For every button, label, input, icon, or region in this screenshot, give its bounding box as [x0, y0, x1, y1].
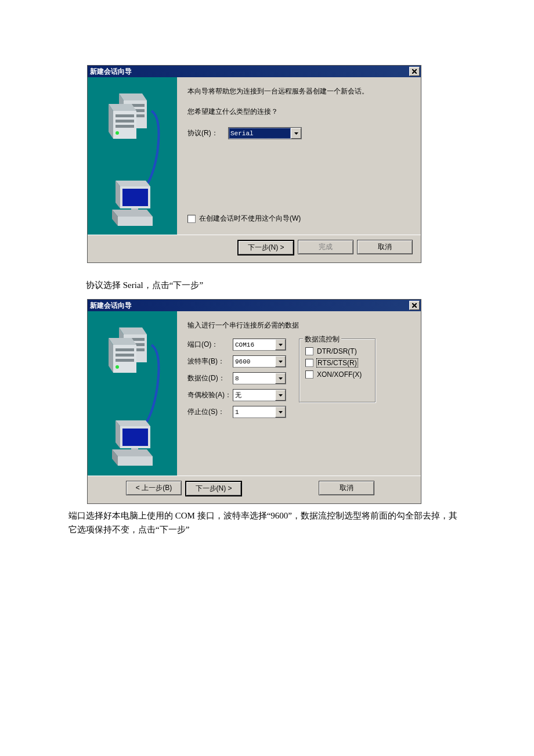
baud-combo[interactable]: 9600	[233, 355, 286, 368]
svg-marker-48	[279, 394, 283, 397]
svg-rect-35	[116, 359, 134, 362]
intro-text: 输入进行一个串行连接所必需的数据	[187, 321, 410, 330]
data-bits-combo[interactable]: 8	[233, 372, 286, 384]
checkbox-box[interactable]	[305, 370, 313, 379]
svg-marker-49	[279, 411, 283, 413]
wizard-dialog-2: 新建会话向导	[87, 299, 421, 504]
port-label: 端口(O)：	[187, 340, 233, 350]
protocol-combo[interactable]: Serial	[228, 127, 302, 139]
svg-marker-39	[118, 456, 153, 466]
svg-rect-44	[131, 448, 138, 453]
stop-bits-label: 停止位(S)：	[187, 407, 233, 417]
checkbox-box[interactable]	[305, 347, 313, 355]
svg-marker-30	[109, 338, 136, 345]
svg-marker-43	[122, 429, 148, 446]
parity-value: 无	[233, 390, 275, 401]
svg-marker-16	[118, 217, 153, 226]
parity-combo[interactable]: 无	[233, 389, 286, 401]
svg-marker-20	[122, 189, 148, 206]
wizard-footer: < 上一步(B) 下一步(N) > 取消	[88, 476, 421, 503]
svg-rect-12	[116, 125, 134, 128]
titlebar[interactable]: 新建会话向导	[88, 300, 421, 311]
wizard-illustration	[88, 77, 177, 233]
stop-bits-combo[interactable]: 1	[233, 406, 286, 418]
window-title: 新建会话向导	[90, 67, 132, 77]
svg-marker-46	[279, 361, 283, 363]
svg-marker-22	[294, 132, 298, 135]
dont-use-wizard-checkbox[interactable]: 在创建会话时不使用这个向导(W)	[187, 214, 301, 224]
chevron-down-icon[interactable]	[275, 373, 286, 384]
cancel-button[interactable]: 取消	[319, 481, 374, 495]
port-value: COM16	[233, 339, 275, 350]
checkbox-box[interactable]	[305, 359, 313, 367]
port-combo[interactable]: COM16	[233, 339, 286, 351]
flow-control-legend: 数据流控制	[303, 334, 341, 344]
caption-1: 协议选择 Serial，点击“下一步”	[86, 278, 203, 292]
chevron-down-icon[interactable]	[275, 390, 286, 401]
baud-label: 波特率(B)：	[187, 357, 233, 366]
rtscts-checkbox[interactable]: RTS/CTS(R)	[305, 359, 358, 367]
next-button[interactable]: 下一步(N) >	[185, 481, 242, 496]
svg-rect-10	[116, 114, 134, 117]
back-button[interactable]: < 上一步(B)	[126, 481, 182, 495]
page: 新建会话向导	[0, 0, 534, 756]
svg-rect-11	[116, 120, 134, 123]
svg-rect-33	[116, 348, 134, 351]
wizard-illustration	[88, 311, 177, 474]
wizard-sidebar	[88, 77, 177, 235]
next-button[interactable]: 下一步(N) >	[237, 240, 294, 255]
data-bits-value: 8	[233, 373, 275, 384]
svg-marker-47	[279, 377, 283, 380]
caption-2: 端口选择好本电脑上使用的 COM 接口，波特率选择“9600”，数据流控制选型将…	[68, 509, 457, 537]
flow-control-group: 数据流控制 DTR/DSR(T) RTS/CTS(R) XON/XOFF(X)	[299, 339, 376, 402]
svg-marker-17	[116, 181, 150, 186]
rtscts-label: RTS/CTS(R)	[317, 359, 358, 367]
checkbox-box[interactable]	[187, 215, 196, 223]
svg-marker-23	[119, 327, 147, 334]
svg-marker-0	[119, 93, 147, 100]
svg-marker-7	[109, 104, 136, 111]
cancel-button[interactable]: 取消	[357, 240, 413, 254]
chevron-down-icon[interactable]	[275, 406, 286, 417]
dtrdsr-label: DTR/DSR(T)	[317, 347, 357, 355]
wizard-dialog-1: 新建会话向导	[87, 65, 421, 263]
xonxoff-label: XON/XOFF(X)	[317, 370, 362, 379]
svg-point-36	[116, 365, 119, 369]
protocol-label: 协议(R)：	[187, 128, 228, 138]
intro-text-2: 您希望建立什么类型的连接？	[187, 107, 410, 117]
dont-use-wizard-label: 在创建会话时不使用这个向导(W)	[199, 214, 301, 224]
data-bits-label: 数据位(D)：	[187, 373, 233, 383]
chevron-down-icon[interactable]	[275, 339, 286, 350]
stop-bits-value: 1	[233, 406, 275, 417]
svg-marker-45	[279, 344, 283, 346]
svg-rect-34	[116, 354, 134, 357]
chevron-down-icon[interactable]	[291, 128, 301, 139]
window-title: 新建会话向导	[90, 301, 132, 311]
wizard-sidebar	[88, 311, 177, 476]
intro-text-1: 本向导将帮助您为连接到一台远程服务器创建一个新会话。	[187, 87, 410, 96]
baud-value: 9600	[233, 356, 275, 367]
dtrdsr-checkbox[interactable]: DTR/DSR(T)	[305, 347, 357, 355]
wizard-content: 输入进行一个串行连接所必需的数据 端口(O)： COM16 波特率(B)：	[177, 311, 421, 476]
svg-marker-40	[116, 420, 150, 426]
close-icon[interactable]	[409, 301, 420, 310]
wizard-content: 本向导将帮助您为连接到一台远程服务器创建一个新会话。 您希望建立什么类型的连接？…	[177, 77, 421, 235]
protocol-value: Serial	[229, 128, 291, 139]
chevron-down-icon[interactable]	[275, 356, 286, 367]
svg-point-13	[116, 131, 119, 135]
xonxoff-checkbox[interactable]: XON/XOFF(X)	[305, 370, 362, 379]
wizard-footer: 下一步(N) > 完成 取消	[88, 235, 421, 262]
titlebar[interactable]: 新建会话向导	[88, 66, 421, 77]
parity-label: 奇偶校验(A)：	[187, 390, 233, 400]
svg-rect-21	[131, 208, 138, 213]
finish-button: 完成	[298, 240, 353, 254]
close-icon[interactable]	[409, 67, 420, 76]
